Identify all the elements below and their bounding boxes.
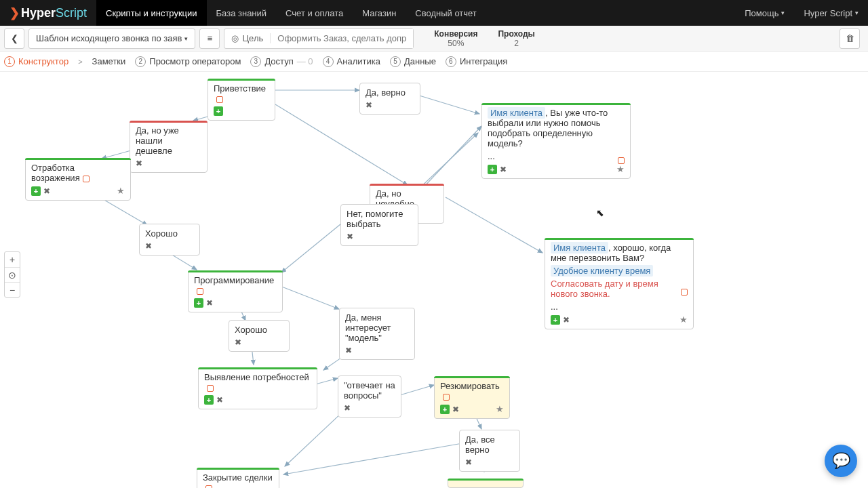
target-icon: ◎ <box>231 33 239 43</box>
topbar: ❯ HyperScript Скрипты и инструкции База … <box>0 0 868 26</box>
goal-input[interactable] <box>271 29 413 48</box>
node-objection[interactable]: Отработка возражения +✖★ <box>25 158 131 201</box>
close-icon[interactable]: ✖ <box>500 165 507 174</box>
metric-conversion: Конверсия 50% <box>434 29 477 48</box>
nav-user[interactable]: Hyper Script▾ <box>794 0 868 26</box>
zoom-in-button[interactable]: + <box>5 252 20 267</box>
tab-operator-view[interactable]: 2Просмотр оператором <box>135 56 241 67</box>
close-icon[interactable]: ✖ <box>344 403 351 413</box>
node-client-choice[interactable]: Имя клиента, Вы уже что-то выбрали или н… <box>481 103 631 179</box>
checkbox-icon[interactable] <box>207 385 214 392</box>
nav-scripts[interactable]: Скрипты и инструкции <box>96 0 207 26</box>
close-icon[interactable]: ✖ <box>136 159 142 168</box>
add-icon[interactable]: + <box>214 106 223 116</box>
add-icon[interactable]: + <box>194 298 203 308</box>
checkbox-icon[interactable] <box>83 176 90 182</box>
goal-field: ◎Цель <box>224 28 414 49</box>
star-icon[interactable]: ★ <box>679 314 688 325</box>
metric-passes: Проходы 2 <box>498 29 534 48</box>
tab-analytics[interactable]: 4Аналитика <box>323 56 380 67</box>
checkbox-icon[interactable] <box>197 288 203 295</box>
node-found-cheaper[interactable]: Да, но уже нашли дешевле ✖ <box>130 121 208 173</box>
node-close-deal[interactable]: Закрытие сделки +✖ <box>197 468 279 488</box>
node-callback[interactable]: Имя клиента, хорошо, когда мне перезвони… <box>545 238 694 329</box>
nav-billing[interactable]: Счет и оплата <box>276 0 353 26</box>
close-icon[interactable]: ✖ <box>347 232 353 241</box>
zoom-fit-button[interactable]: ⊙ <box>5 267 20 282</box>
toolbar: ❮ Шаблон исходящего звонка по заяв▾ ≡ ◎Ц… <box>0 26 868 52</box>
close-icon[interactable]: ✖ <box>563 315 570 325</box>
node-answers[interactable]: "отвечает на вопросы" ✖ <box>338 375 401 418</box>
close-icon[interactable]: ✖ <box>465 458 472 467</box>
close-icon[interactable]: ✖ <box>345 346 352 355</box>
caret-down-icon: ▾ <box>184 35 188 42</box>
add-icon[interactable]: + <box>488 165 497 174</box>
logo[interactable]: ❯ HyperScript <box>0 5 96 20</box>
mouse-cursor-icon: ⬉ <box>596 207 604 218</box>
close-icon[interactable]: ✖ <box>43 186 50 196</box>
caret-down-icon: ▾ <box>781 9 785 16</box>
node-good-1[interactable]: Хорошо ✖ <box>139 224 200 256</box>
goal-label: Цель <box>242 33 263 43</box>
star-icon[interactable]: ★ <box>117 186 125 196</box>
tab-access[interactable]: 3Доступ— 0 <box>250 56 313 67</box>
tab-integration[interactable]: 6Интеграция <box>446 56 508 67</box>
logo-chevron-icon: ❯ <box>9 5 20 20</box>
chat-fab[interactable]: 💬 <box>825 445 857 477</box>
add-icon[interactable]: + <box>204 395 214 405</box>
nav-store[interactable]: Магазин <box>353 0 406 26</box>
node-summarize[interactable]: Резюмировать +✖★ <box>434 376 510 419</box>
caret-down-icon: ▾ <box>855 9 859 16</box>
logo-part2: Script <box>56 6 87 20</box>
node-all-correct[interactable]: Да, все верно ✖ <box>459 430 520 472</box>
nav-knowledge[interactable]: База знаний <box>207 0 277 26</box>
checkbox-icon[interactable] <box>681 289 688 296</box>
node-programming[interactable]: Программирование +✖ <box>188 270 283 312</box>
logo-part1: Hyper <box>21 6 56 20</box>
tab-data[interactable]: 5Данные <box>390 56 436 67</box>
close-icon[interactable]: ✖ <box>216 395 223 405</box>
star-icon[interactable]: ★ <box>616 164 625 174</box>
node-greeting[interactable]: Приветствие + <box>208 79 275 121</box>
tab-notes[interactable]: Заметки <box>92 56 126 66</box>
close-icon[interactable]: ✖ <box>235 338 241 347</box>
tabbar: 1Конструктор > Заметки 2Просмотр операто… <box>0 52 868 72</box>
tab-constructor[interactable]: 1Конструктор <box>4 56 68 67</box>
nav-report[interactable]: Сводный отчет <box>406 0 486 26</box>
checkbox-icon[interactable] <box>205 485 212 488</box>
close-icon[interactable]: ✖ <box>366 100 372 110</box>
add-icon[interactable]: + <box>551 315 560 325</box>
chat-icon: 💬 <box>832 452 850 470</box>
checkbox-icon[interactable] <box>443 394 450 401</box>
delete-button[interactable]: 🗑 <box>840 28 860 49</box>
zoom-out-button[interactable]: − <box>5 282 20 297</box>
node-good-2[interactable]: Хорошо ✖ <box>229 320 290 352</box>
nav-help[interactable]: Помощь▾ <box>735 0 794 26</box>
node-yes-correct[interactable]: Да, верно ✖ <box>359 83 420 115</box>
template-dropdown[interactable]: Шаблон исходящего звонка по заяв▾ <box>28 28 195 49</box>
close-icon[interactable]: ✖ <box>452 405 459 414</box>
close-icon[interactable]: ✖ <box>145 241 152 251</box>
node-help-choose[interactable]: Нет, помогите выбрать ✖ <box>340 204 418 246</box>
star-icon[interactable]: ★ <box>496 404 504 414</box>
close-icon[interactable]: ✖ <box>206 298 213 308</box>
back-button[interactable]: ❮ <box>4 28 24 49</box>
flow-canvas[interactable]: Приветствие + Да, верно ✖ Имя клиента, В… <box>0 72 868 488</box>
checkbox-icon[interactable] <box>216 96 223 103</box>
checkbox-icon[interactable] <box>618 157 625 164</box>
node-partial[interactable] <box>448 479 524 488</box>
node-interested-model[interactable]: Да, меня интересует "модель" ✖ <box>339 308 415 360</box>
add-icon[interactable]: + <box>440 405 450 414</box>
add-icon[interactable]: + <box>31 186 41 196</box>
node-needs[interactable]: Выявление потребностей +✖ <box>198 367 317 409</box>
zoom-controls: + ⊙ − <box>4 251 20 298</box>
menu-button[interactable]: ≡ <box>199 28 220 49</box>
